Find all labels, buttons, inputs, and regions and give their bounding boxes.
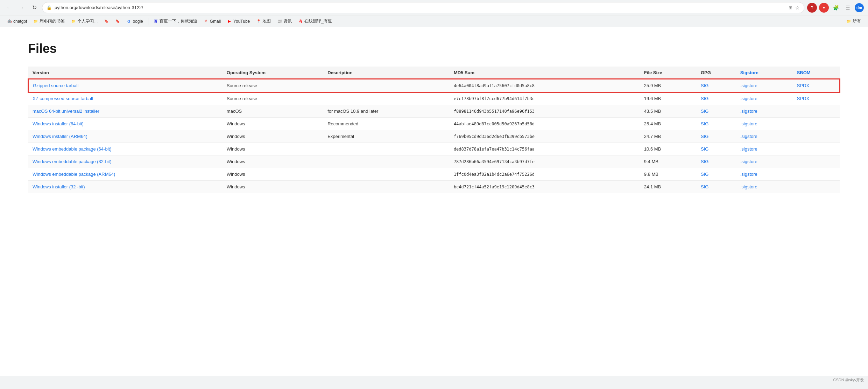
bookmark-personal[interactable]: 📁 个人学习... bbox=[68, 17, 100, 26]
col-sigstore: Sigstore bbox=[736, 67, 793, 79]
profile-avatar[interactable]: tim bbox=[855, 3, 864, 12]
bookmark-google-label: oogle bbox=[133, 19, 143, 24]
cell-md5-1: e7c178b97bf8f7ccd677b94d614f7b3c bbox=[450, 92, 640, 105]
version-link-7[interactable]: Windows embeddable package (ARM64) bbox=[33, 172, 115, 177]
version-link-6[interactable]: Windows embeddable package (32-bit) bbox=[33, 159, 111, 164]
cell-version-3: Windows installer (64-bit) bbox=[28, 118, 223, 130]
sigstore-link-2[interactable]: .sigstore bbox=[740, 109, 757, 114]
puzzle-icon: 🧩 bbox=[833, 5, 839, 11]
col-md5: MD5 Sum bbox=[450, 67, 640, 79]
cell-description-4: Experimental bbox=[323, 130, 450, 143]
sigstore-link-5[interactable]: .sigstore bbox=[740, 146, 757, 152]
reload-button[interactable]: ↻ bbox=[29, 3, 39, 13]
gpg-link-7[interactable]: SIG bbox=[701, 172, 708, 177]
cell-sbom-3 bbox=[793, 118, 840, 130]
bookmark-baidu[interactable]: 百 百度一下，你就知道 bbox=[150, 17, 200, 26]
bookmark-zhoudongyu[interactable]: 📁 周冬雨的书签 bbox=[30, 17, 68, 26]
cell-md5-0: 4e64a004f8ad9af1a75607cfd0d5a8c8 bbox=[450, 79, 640, 92]
bookmark-youdao[interactable]: 有 在线翻译_有道 bbox=[295, 17, 335, 26]
cell-sigstore-0: .sigstore bbox=[736, 79, 793, 92]
cell-gpg-4: SIG bbox=[697, 130, 736, 143]
gpg-link-6[interactable]: SIG bbox=[701, 159, 708, 164]
back-button[interactable]: ← bbox=[4, 3, 14, 13]
cell-sbom-4 bbox=[793, 130, 840, 143]
sigstore-link-7[interactable]: .sigstore bbox=[740, 172, 757, 177]
col-version: Version bbox=[28, 67, 223, 79]
sigstore-link-4[interactable]: .sigstore bbox=[740, 134, 757, 139]
folder-icon-1: 📁 bbox=[33, 19, 38, 24]
bookmark-chatgpt-label: chatgpt bbox=[13, 19, 27, 24]
cell-gpg-5: SIG bbox=[697, 143, 736, 155]
reload-icon: ↻ bbox=[32, 4, 37, 11]
version-link-8[interactable]: Windows installer (32 -bit) bbox=[33, 184, 85, 189]
sidebar-button[interactable]: ☰ bbox=[843, 3, 853, 13]
extension-2-icon[interactable]: ● bbox=[819, 3, 829, 13]
sigstore-link-3[interactable]: .sigstore bbox=[740, 121, 757, 126]
cell-version-6: Windows embeddable package (32-bit) bbox=[28, 155, 223, 168]
cell-description-5 bbox=[323, 143, 450, 155]
gpg-link-4[interactable]: SIG bbox=[701, 134, 708, 139]
bookmark-4[interactable]: 🔖 bbox=[101, 18, 112, 25]
table-row: macOS 64-bit universal2 installermacOSfo… bbox=[28, 105, 840, 118]
toolbar: ← → ↻ 🔒 python.org/downloads/release/pyt… bbox=[0, 0, 868, 15]
cell-os-3: Windows bbox=[223, 118, 323, 130]
cell-version-8: Windows installer (32 -bit) bbox=[28, 181, 223, 193]
gpg-link-1[interactable]: SIG bbox=[701, 96, 708, 101]
cell-sigstore-3: .sigstore bbox=[736, 118, 793, 130]
version-link-2[interactable]: macOS 64-bit universal2 installer bbox=[33, 109, 99, 114]
bookmark-youtube-label: YouTube bbox=[233, 19, 250, 24]
version-link-3[interactable]: Windows installer (64-bit) bbox=[33, 121, 84, 126]
version-link-5[interactable]: Windows embeddable package (64-bit) bbox=[33, 146, 111, 152]
bookmark-youtube[interactable]: ▶ YouTube bbox=[224, 18, 253, 25]
version-link-1[interactable]: XZ compressed source tarball bbox=[33, 96, 93, 101]
maps-icon: 📍 bbox=[256, 19, 261, 24]
status-text: CSDN @sky-开发 bbox=[833, 377, 864, 383]
cell-version-7: Windows embeddable package (ARM64) bbox=[28, 168, 223, 181]
folder-icon-all: 📁 bbox=[846, 19, 851, 24]
sigstore-link-6[interactable]: .sigstore bbox=[740, 159, 757, 164]
forward-button[interactable]: → bbox=[17, 3, 27, 13]
extensions-button[interactable]: 🧩 bbox=[831, 3, 841, 13]
folder-icon-2: 📁 bbox=[71, 19, 76, 24]
cell-os-0: Source release bbox=[223, 79, 323, 92]
address-bar[interactable]: 🔒 python.org/downloads/release/python-31… bbox=[42, 2, 804, 13]
back-icon: ← bbox=[6, 5, 12, 11]
cell-sigstore-6: .sigstore bbox=[736, 155, 793, 168]
cell-size-6: 9.4 MB bbox=[640, 155, 697, 168]
sigstore-link-8[interactable]: .sigstore bbox=[740, 184, 757, 189]
bookmark-news[interactable]: 📰 资讯 bbox=[274, 17, 295, 26]
version-link-4[interactable]: Windows installer (ARM64) bbox=[33, 134, 87, 139]
files-table: Version Operating System Description MD5… bbox=[28, 67, 840, 193]
bookmark-maps[interactable]: 📍 地图 bbox=[253, 17, 274, 26]
bookmark-baidu-label: 百度一下，你就知道 bbox=[160, 18, 197, 24]
sbom-link-1[interactable]: SPDX bbox=[797, 96, 809, 101]
table-row: Windows installer (ARM64)WindowsExperime… bbox=[28, 130, 840, 143]
bookmark-personal-label: 个人学习... bbox=[77, 18, 98, 24]
gpg-link-0[interactable]: SIG bbox=[701, 83, 708, 88]
cell-description-7 bbox=[323, 168, 450, 181]
bookmark-all[interactable]: 📁 所有 bbox=[844, 17, 864, 26]
gpg-link-5[interactable]: SIG bbox=[701, 146, 708, 152]
gpg-link-3[interactable]: SIG bbox=[701, 121, 708, 126]
cell-sbom-2 bbox=[793, 105, 840, 118]
bookmark-google[interactable]: G oogle bbox=[124, 18, 146, 25]
cell-os-2: macOS bbox=[223, 105, 323, 118]
cell-size-8: 24.1 MB bbox=[640, 181, 697, 193]
extension-1-icon[interactable]: Y bbox=[807, 3, 817, 13]
cell-version-2: macOS 64-bit universal2 installer bbox=[28, 105, 223, 118]
bookmark-5[interactable]: 🔖 bbox=[112, 18, 123, 25]
bookmark-gmail[interactable]: M Gmail bbox=[201, 18, 224, 25]
gpg-link-2[interactable]: SIG bbox=[701, 109, 708, 114]
version-link-0[interactable]: Gzipped source tarball bbox=[33, 83, 78, 88]
bookmark-chatgpt[interactable]: 🤖 chatgpt bbox=[4, 18, 30, 25]
chatgpt-icon: 🤖 bbox=[7, 19, 12, 24]
sigstore-link-1[interactable]: .sigstore bbox=[740, 96, 757, 101]
divider-1 bbox=[148, 18, 148, 25]
cell-size-2: 43.5 MB bbox=[640, 105, 697, 118]
star-icon[interactable]: ☆ bbox=[795, 5, 800, 11]
gpg-link-8[interactable]: SIG bbox=[701, 184, 708, 189]
sbom-link-0[interactable]: SPDX bbox=[797, 83, 809, 88]
table-body: Gzipped source tarballSource release4e64… bbox=[28, 79, 840, 193]
cell-md5-3: 44abfae489d87cc005d50a9267b5d58d bbox=[450, 118, 640, 130]
sigstore-link-0[interactable]: .sigstore bbox=[740, 83, 757, 88]
